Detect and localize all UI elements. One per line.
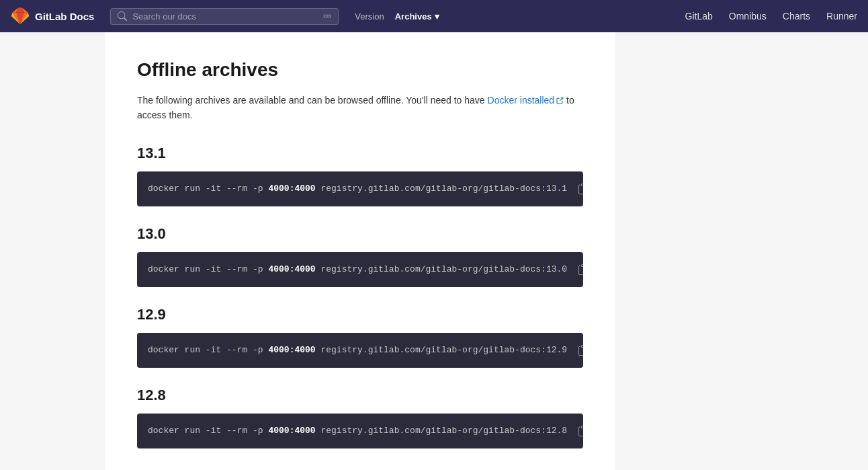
- copy-button-v13-0[interactable]: [575, 262, 591, 278]
- nav-link-gitlab[interactable]: GitLab: [685, 11, 713, 22]
- brand-logo-link[interactable]: GitLab Docs: [11, 7, 94, 26]
- version-heading-v13-0: 13.0: [137, 225, 583, 243]
- copy-button-v12-8[interactable]: [575, 423, 591, 439]
- page-title: Offline archives: [137, 59, 583, 81]
- intro-text-before: The following archives are available and…: [137, 95, 488, 106]
- navbar: GitLab Docs Version Archives ▾ GitLab Om…: [0, 0, 868, 32]
- versions-container: 13.1docker run -it --rm -p 4000:4000 reg…: [137, 145, 583, 470]
- intro-paragraph: The following archives are available and…: [137, 93, 583, 123]
- version-section-v13-0: 13.0docker run -it --rm -p 4000:4000 reg…: [137, 225, 583, 287]
- search-input[interactable]: [132, 11, 318, 22]
- archives-label: Archives: [395, 11, 432, 22]
- version-heading-v12-7: 12.7: [137, 467, 583, 470]
- code-text-v13-1: docker run -it --rm -p 4000:4000 registr…: [148, 184, 567, 194]
- version-section-v13-1: 13.1docker run -it --rm -p 4000:4000 reg…: [137, 145, 583, 206]
- version-heading-v13-1: 13.1: [137, 145, 583, 162]
- code-text-v13-0: docker run -it --rm -p 4000:4000 registr…: [148, 264, 567, 274]
- copy-button-v12-9[interactable]: [575, 342, 591, 358]
- docker-installed-link[interactable]: Docker installed: [488, 95, 564, 106]
- code-block-v13-0: docker run -it --rm -p 4000:4000 registr…: [137, 252, 583, 287]
- code-block-v13-1: docker run -it --rm -p 4000:4000 registr…: [137, 171, 583, 206]
- code-text-v12-9: docker run -it --rm -p 4000:4000 registr…: [148, 345, 567, 355]
- nav-links: GitLab Omnibus Charts Runner: [685, 11, 857, 22]
- chevron-down-icon: ▾: [435, 11, 439, 22]
- content-area: Offline archives The following archives …: [105, 32, 615, 470]
- external-link-icon: [556, 97, 564, 105]
- version-section-v12-7: 12.7docker run -it --rm -p 4000:4000 reg…: [137, 467, 583, 470]
- search-icon: [118, 11, 127, 21]
- search-kbd-icon: [323, 11, 331, 21]
- code-text-v12-8: docker run -it --rm -p 4000:4000 registr…: [148, 426, 567, 436]
- version-heading-v12-9: 12.9: [137, 306, 583, 323]
- search-bar[interactable]: [110, 8, 339, 25]
- nav-link-runner[interactable]: Runner: [826, 11, 857, 22]
- version-heading-v12-8: 12.8: [137, 387, 583, 404]
- brand-name: GitLab Docs: [35, 11, 94, 22]
- code-block-v12-9: docker run -it --rm -p 4000:4000 registr…: [137, 333, 583, 368]
- nav-link-charts[interactable]: Charts: [783, 11, 810, 22]
- gitlab-logo-icon: [11, 7, 30, 26]
- copy-button-v13-1[interactable]: [575, 181, 591, 197]
- code-block-v12-8: docker run -it --rm -p 4000:4000 registr…: [137, 414, 583, 448]
- right-panel: [615, 32, 763, 470]
- version-section-v12-9: 12.9docker run -it --rm -p 4000:4000 reg…: [137, 306, 583, 368]
- page-wrapper: Offline archives The following archives …: [0, 32, 868, 470]
- nav-link-omnibus[interactable]: Omnibus: [729, 11, 767, 22]
- version-label: Version: [355, 11, 384, 22]
- archives-dropdown[interactable]: Archives ▾: [395, 11, 439, 22]
- version-section-v12-8: 12.8docker run -it --rm -p 4000:4000 reg…: [137, 387, 583, 448]
